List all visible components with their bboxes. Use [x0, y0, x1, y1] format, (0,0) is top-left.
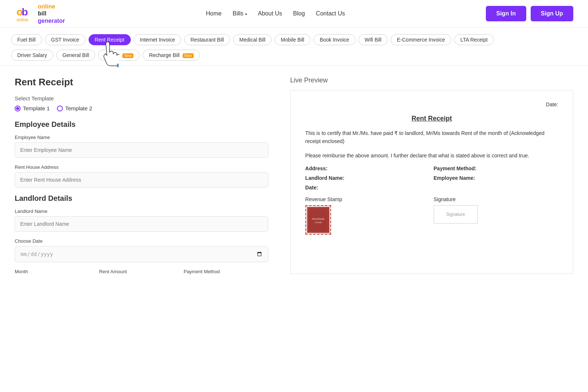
svg-text:b: b — [22, 6, 28, 18]
preview-payment-method-field: Payment Method: — [434, 165, 558, 171]
template-selector: Select Template Template 1 Template 2 — [15, 95, 268, 111]
left-panel: Rent Receipt Select Template Template 1 … — [15, 76, 283, 392]
template-2-option[interactable]: Template 2 — [57, 105, 92, 111]
nav-blog[interactable]: Blog — [293, 10, 305, 17]
pill-restaurant-bill[interactable]: Restaurant Bill — [184, 34, 230, 45]
payment-method-label: Payment Method — [184, 269, 268, 274]
preview-address-label: Address: — [305, 165, 328, 171]
pill-wifi-bill[interactable]: Wifi Bill — [358, 34, 388, 45]
preview-landlord-name-label: Landlord Name: — [305, 175, 345, 181]
nav-about[interactable]: About Us — [258, 10, 282, 17]
template-1-option[interactable]: Template 1 — [15, 105, 50, 111]
preview-landlord-field: Landlord Name: — [305, 175, 430, 181]
pill-internet-invoice[interactable]: Internet Invoice — [134, 34, 182, 45]
preview-date-row: Date: — [305, 101, 558, 107]
svg-text:STAMP: STAMP — [314, 221, 322, 224]
payment-method-col: Payment Method — [184, 269, 268, 277]
stamp-sig-row: Revenue Stamp REVENUE STAMP Signature — [305, 196, 558, 235]
pill-driver-salary[interactable]: Driver Salary — [11, 50, 53, 61]
nav-contact[interactable]: Contact Us — [316, 10, 345, 17]
stamp-col: Revenue Stamp REVENUE STAMP — [305, 196, 430, 235]
logo-icon: o b online bill gen — [15, 4, 35, 24]
nav-bills[interactable]: Bills ▾ — [233, 10, 247, 17]
employee-name-input[interactable] — [15, 142, 268, 158]
preview-reimburse-text: Please reimburse the above amount. I fur… — [305, 152, 558, 160]
svg-text:bill gen: bill gen — [17, 22, 31, 23]
preview-box: Date: Rent Receipt This is to certify th… — [290, 90, 573, 274]
rent-address-group: Rent House Address — [15, 164, 268, 188]
rent-amount-col: Rent Amount — [99, 269, 184, 277]
pill-rent-receipt[interactable]: Rent Receipt — [89, 34, 131, 45]
month-label: Month — [15, 269, 99, 274]
main-nav: Home Bills ▾ About Us Blog Contact Us — [206, 10, 345, 17]
preview-heading: Rent Receipt — [305, 115, 558, 122]
template-options: Template 1 Template 2 — [15, 105, 268, 111]
svg-text:REVENUE: REVENUE — [312, 218, 325, 220]
pill-recharge-bill[interactable]: Recharge Bill New — [143, 50, 200, 61]
preview-employee-field: Employee Name: — [434, 175, 558, 181]
preview-employee-name-label: Employee Name: — [434, 175, 475, 181]
signature-alt-text: Signature — [446, 212, 465, 217]
signature-label: Signature — [434, 196, 558, 202]
preview-date-field: Date: — [305, 185, 430, 190]
template-1-label: Template 1 — [23, 105, 50, 111]
rent-address-input[interactable] — [15, 172, 268, 188]
preview-date-field-label: Date: — [305, 185, 318, 190]
nav-home[interactable]: Home — [206, 10, 222, 17]
pill-book-invoice[interactable]: Book Invoice — [313, 34, 355, 45]
pill-fuel-bill[interactable]: Fuel Bill — [11, 34, 42, 45]
bottom-row: Month Rent Amount Payment Method — [15, 269, 268, 277]
pill-row-2: Driver Salary General Bill Helper New Re… — [11, 50, 577, 61]
svg-text:online: online — [17, 17, 28, 22]
signature-image: Signature — [434, 205, 478, 224]
signin-button[interactable]: Sign In — [486, 6, 526, 21]
landlord-name-group: Landlord Name — [15, 209, 268, 232]
rent-amount-label: Rent Amount — [99, 269, 184, 274]
pill-helper[interactable]: Helper New — [98, 50, 140, 61]
pill-gst-invoice[interactable]: GST Invoice — [45, 34, 86, 45]
right-panel: Live Preview Date: Rent Receipt This is … — [283, 76, 573, 392]
header: o b online bill gen online bill generato… — [0, 0, 588, 28]
preview-payment-method-label: Payment Method: — [434, 165, 477, 171]
template-2-label: Template 2 — [65, 105, 92, 111]
date-input[interactable] — [15, 246, 268, 262]
preview-date-label: Date: — [546, 101, 558, 107]
signup-button[interactable]: Sign Up — [531, 6, 573, 21]
pill-general-bill[interactable]: General Bill — [56, 50, 95, 61]
template-2-radio[interactable] — [57, 106, 63, 111]
pill-row-1: Fuel Bill GST Invoice Rent Receipt Inter… — [11, 34, 577, 45]
pill-nav: Fuel Bill GST Invoice Rent Receipt Inter… — [0, 28, 588, 65]
logo[interactable]: o b online bill gen online bill generato… — [15, 3, 65, 24]
landlord-name-label: Landlord Name — [15, 209, 268, 214]
employee-name-label: Employee Name — [15, 135, 268, 140]
pill-medical-bill[interactable]: Medical Bill — [233, 34, 272, 45]
preview-certify-text: This is to certify that Mr./Ms. have pai… — [305, 129, 558, 146]
header-buttons: Sign In Sign Up — [486, 6, 573, 21]
revenue-stamp-label: Revenue Stamp — [305, 196, 430, 202]
pill-lta-receipt[interactable]: LTA Receipt — [454, 34, 494, 45]
sig-col: Signature Signature — [434, 196, 558, 235]
choose-date-group: Choose Date — [15, 238, 268, 262]
template-1-radio[interactable] — [15, 106, 21, 111]
preview-fields-grid: Address: Payment Method: Landlord Name: … — [305, 165, 558, 190]
month-col: Month — [15, 269, 99, 277]
employee-details-title: Employee Details — [15, 120, 268, 129]
pill-mobile-bill[interactable]: Mobile Bill — [275, 34, 311, 45]
revenue-stamp-image: REVENUE STAMP — [305, 205, 331, 235]
preview-address-field: Address: — [305, 165, 430, 171]
choose-date-label: Choose Date — [15, 238, 268, 244]
main-content: Rent Receipt Select Template Template 1 … — [0, 65, 588, 392]
rent-address-label: Rent House Address — [15, 164, 268, 170]
template-label: Select Template — [15, 95, 268, 101]
preview-title: Live Preview — [290, 76, 573, 84]
page-title: Rent Receipt — [15, 76, 268, 88]
landlord-details-title: Landlord Details — [15, 194, 268, 203]
employee-name-group: Employee Name — [15, 135, 268, 158]
logo-text: online bill generator — [38, 3, 65, 24]
pill-ecommerce-invoice[interactable]: E-Commerce Invoice — [391, 34, 451, 45]
landlord-name-input[interactable] — [15, 216, 268, 232]
